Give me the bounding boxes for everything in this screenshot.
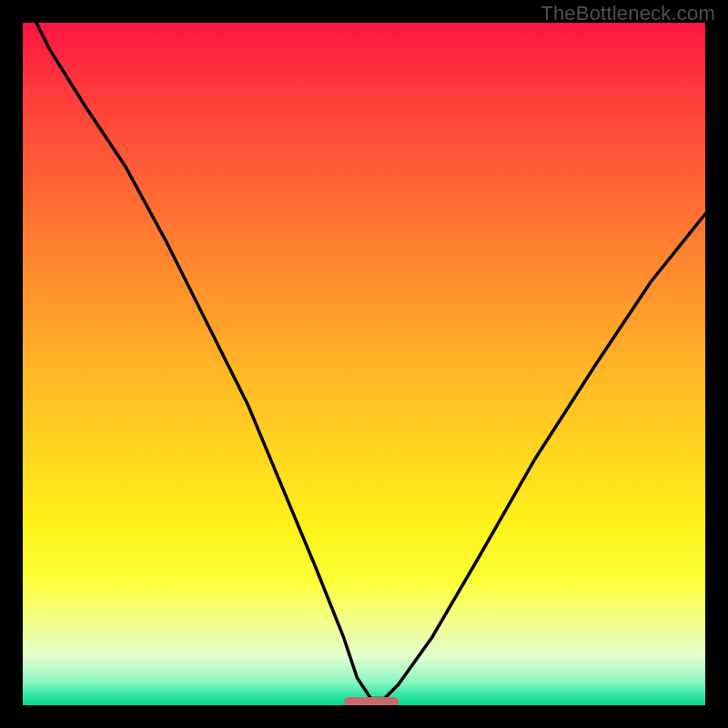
chart-frame: TheBottleneck.com [0,0,728,728]
bottleneck-marker [344,697,399,706]
curve-path [23,23,705,699]
plot-area [23,23,705,705]
bottleneck-curve [23,23,705,705]
top-border [0,0,728,23]
